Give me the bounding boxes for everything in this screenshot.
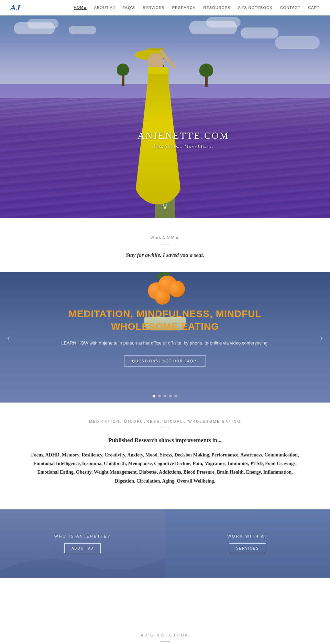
- slider-faq-button[interactable]: QUESTIONS? SEE OUR FAQ'S: [124, 355, 206, 367]
- slider-content: MEDITATION, MINDFULNESS, MINDFUL WHOLESO…: [0, 308, 330, 367]
- slider-next-button[interactable]: ›: [316, 328, 327, 347]
- cta-services-button[interactable]: SERVICES: [229, 543, 266, 553]
- research-body: Focus, ADHD, Memory, Resiliency, Creativ…: [28, 451, 302, 485]
- slider-section: ‹ MEDITATION, MINDFULNESS, MINDFUL WHOLE…: [0, 272, 330, 403]
- cloud-6: [241, 27, 278, 38]
- site-logo[interactable]: AJ: [10, 3, 21, 12]
- slider-dot-1[interactable]: [153, 395, 155, 397]
- slider-dot-5[interactable]: [175, 395, 177, 397]
- bridge-icon: [0, 537, 165, 578]
- cloud-2: [28, 19, 58, 29]
- tree-trunk: [205, 77, 208, 87]
- cloud-3: [69, 26, 96, 34]
- nav-link-cart[interactable]: CART: [308, 5, 320, 10]
- notebook-eyebrow: AJ'S NOTEBOOK: [10, 633, 320, 637]
- slider-prev-button[interactable]: ‹: [3, 328, 14, 347]
- welcome-eyebrow: WELCOME: [10, 235, 320, 239]
- nav-link-contact[interactable]: CONTACT: [280, 5, 300, 10]
- slider-title-part1: MEDITATION,: [68, 308, 136, 319]
- slider-title: MEDITATION, MINDFULNESS, MINDFUL WHOLESO…: [34, 308, 296, 333]
- welcome-text: Stay for awhile. I saved you a seat.: [10, 252, 320, 258]
- nav-link-services[interactable]: SERVICES: [143, 5, 164, 10]
- research-subtitle: Published Research shows improvements in…: [28, 437, 302, 444]
- cta-right-label: WORK WITH AJ: [228, 534, 268, 538]
- slider-title-highlight: MINDFULNESS,: [136, 308, 213, 319]
- slider-dot-2[interactable]: [158, 395, 161, 397]
- welcome-divider: [160, 245, 170, 245]
- cta-block-services: WORK WITH AJ SERVICES: [165, 509, 330, 578]
- nav-link-about[interactable]: ABOUT AJ: [94, 5, 115, 10]
- cta-about-button[interactable]: ABOUT AJ: [64, 543, 101, 553]
- hero-section: ANJENETTE.COM Less Stress... More Bliss.…: [0, 15, 330, 218]
- nav-link-faqs[interactable]: FAQ'S: [123, 5, 135, 10]
- slider-dot-4[interactable]: [169, 395, 172, 397]
- nav-links: HOME ABOUT AJ FAQ'S SERVICES RESEARCH RE…: [74, 5, 320, 10]
- fruit-4: [155, 289, 170, 305]
- navbar: AJ HOME ABOUT AJ FAQ'S SERVICES RESEARCH…: [0, 0, 330, 15]
- cloud-5: [206, 17, 241, 27]
- hero-title: ANJENETTE.COM: [138, 130, 229, 141]
- notebook-section: AJ'S NOTEBOOK: [0, 619, 330, 644]
- notebook-divider: [160, 641, 170, 642]
- research-eyebrow: MEDITATION, MINDFULNESS, MINDFUL WHOLESO…: [28, 420, 302, 423]
- nav-link-resources[interactable]: RESOURCES: [204, 5, 231, 10]
- nav-link-notebook[interactable]: AJ'S NOTEBOOK: [238, 5, 273, 10]
- white-space-section: [0, 578, 330, 619]
- slider-dot-3[interactable]: [164, 395, 166, 397]
- cta-blocks: WHO IS ANJENETTE? ABOUT AJ WORK WITH AJ …: [0, 509, 330, 578]
- nav-link-home[interactable]: HOME: [74, 5, 87, 10]
- slider-dots: [153, 395, 177, 397]
- research-section: MEDITATION, MINDFULNESS, MINDFUL WHOLESO…: [0, 403, 330, 499]
- nav-link-research[interactable]: RESEARCH: [172, 5, 196, 10]
- cta-left-label: WHO IS ANJENETTE?: [54, 534, 111, 538]
- fruit-3: [168, 281, 185, 297]
- tree-top: [199, 64, 213, 77]
- slider-description: LEARN HOW with Anjenette in person at he…: [34, 340, 296, 347]
- hero-figure: [124, 53, 192, 204]
- cloud-7: [275, 36, 320, 49]
- hero-subtitle: Less Stress... More Bliss...: [138, 144, 229, 149]
- cta-block-about: WHO IS ANJENETTE? ABOUT AJ: [0, 509, 165, 578]
- hero-text-block: ANJENETTE.COM Less Stress... More Bliss.…: [138, 130, 229, 149]
- research-divider: [160, 428, 170, 428]
- tree-right: [199, 64, 213, 87]
- scroll-down-icon[interactable]: ∨: [162, 202, 168, 211]
- welcome-section: WELCOME Stay for awhile. I saved you a s…: [0, 218, 330, 272]
